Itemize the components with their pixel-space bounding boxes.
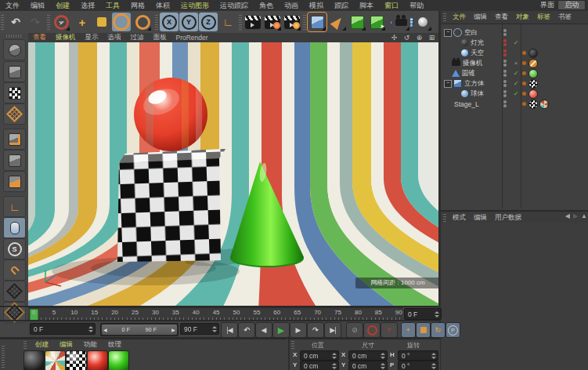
om-tab-标签[interactable]: 标签	[533, 13, 554, 22]
object-row-球体[interactable]: 球体✓	[441, 89, 588, 99]
viewport-menu-过滤[interactable]: 过滤	[126, 33, 149, 42]
am-tab-编辑[interactable]: 编辑	[470, 213, 491, 223]
material-tab-创建[interactable]: 创建	[30, 340, 54, 350]
am-tab-用户数据[interactable]: 用户数据	[491, 213, 525, 223]
menu-模拟[interactable]: 模拟	[304, 1, 329, 11]
menu-编辑[interactable]: 编辑	[25, 1, 50, 11]
lock-x-axis-button[interactable]: X	[160, 13, 179, 31]
menu-窗口[interactable]: 窗口	[379, 1, 404, 11]
range-end-field[interactable]: 90 F	[180, 323, 219, 335]
object-row-摄像机[interactable]: 摄像机×	[441, 58, 588, 68]
polygons-mode-button[interactable]	[3, 171, 26, 192]
viewport-menu-面板[interactable]: 面板	[149, 33, 171, 42]
spline-pen-button[interactable]	[328, 13, 347, 31]
prev-key-button[interactable]: ↶	[238, 322, 255, 338]
material-tab-功能[interactable]: 功能	[78, 340, 103, 350]
red-tag-icon[interactable]	[528, 89, 538, 99]
zoom-icon[interactable]: ⊕	[414, 34, 424, 42]
light-object-button[interactable]	[413, 13, 432, 31]
toolbar-grip[interactable]	[1, 14, 4, 30]
checker-tag-icon[interactable]	[528, 79, 538, 89]
menu-脚本[interactable]: 脚本	[354, 1, 379, 11]
goto-end-button[interactable]: ▶|	[324, 322, 341, 338]
preview-range-slider[interactable]: ◀ 0 F 90 F ▶	[100, 323, 179, 336]
material-tab-纹理[interactable]: 纹理	[103, 340, 127, 350]
next-frame-button[interactable]: ▶	[290, 322, 307, 338]
lock-y-axis-button[interactable]: Y	[179, 13, 198, 31]
primitive-cube-button[interactable]	[308, 13, 326, 31]
model-mode-button[interactable]	[3, 61, 26, 82]
beach-tag-icon[interactable]	[539, 100, 549, 109]
menu-跟踪[interactable]: 跟踪	[329, 1, 354, 11]
visibility-dots[interactable]	[503, 60, 507, 67]
visibility-dots[interactable]	[503, 39, 507, 46]
menu-体积[interactable]: 体积	[150, 1, 175, 11]
last-tool-button[interactable]	[133, 13, 152, 31]
workplane-mode-button[interactable]	[3, 103, 26, 125]
panel-grip[interactable]	[443, 13, 446, 21]
prev-frame-button[interactable]: ◀	[255, 322, 272, 338]
key-scale-toggle[interactable]	[416, 322, 431, 338]
om-tab-查看[interactable]: 查看	[491, 13, 512, 22]
orbit-icon[interactable]: ↺	[402, 34, 412, 42]
material-swatch-dark[interactable]	[23, 350, 45, 370]
enabled-check-icon[interactable]: ✓	[512, 80, 520, 87]
lock-z-axis-button[interactable]: Z	[199, 13, 218, 31]
disabled-cross-icon[interactable]: ×	[512, 60, 520, 67]
coordinate-system-button[interactable]: ∟	[218, 13, 237, 31]
menu-运动图形[interactable]: 运动图形	[175, 1, 215, 11]
live-selection-button[interactable]: ➢	[52, 13, 70, 31]
key-rotation-toggle[interactable]: ↻	[431, 322, 446, 338]
play-button[interactable]: ▶	[272, 322, 290, 338]
object-row-灯光[interactable]: 灯光✓	[441, 38, 588, 48]
divider[interactable]	[0, 306, 438, 307]
frame-stepper[interactable]	[434, 309, 440, 319]
pos-x-field[interactable]: 0 cm	[300, 350, 339, 361]
range-start-stepper[interactable]	[88, 324, 94, 334]
next-key-button[interactable]: ↷	[307, 322, 324, 338]
points-mode-button[interactable]	[3, 129, 26, 150]
rot-p-field[interactable]: 0 °	[398, 361, 438, 370]
range-end-stepper[interactable]	[211, 324, 218, 334]
object-row-空白[interactable]: −空白	[441, 27, 588, 38]
visibility-dots[interactable]	[503, 70, 507, 77]
visibility-dots[interactable]	[503, 90, 507, 97]
menu-运动跟踪[interactable]: 运动跟踪	[215, 1, 254, 11]
key-position-toggle[interactable]: +	[401, 322, 416, 338]
perspective-viewport[interactable]: 查看摄像机显示选项过滤面板ProRender ✢ ↺ ⊕ ⊞	[28, 33, 438, 306]
forward-arrow-icon[interactable]: ▶	[573, 212, 578, 219]
generator-button[interactable]: ➤	[367, 13, 386, 31]
object-row-Stage_L[interactable]: Stage_L	[441, 99, 588, 109]
material-panel-grip[interactable]	[2, 344, 5, 368]
render-view-button[interactable]	[243, 13, 262, 31]
panel-grip[interactable]	[443, 214, 446, 222]
scale-tool-button[interactable]	[92, 13, 111, 31]
viewport-menu-选项[interactable]: 选项	[103, 33, 126, 42]
visibility-dots[interactable]	[503, 49, 507, 56]
om-tab-书签[interactable]: 书签	[554, 13, 575, 22]
object-row-圆锥[interactable]: 圆锥✓	[441, 68, 588, 78]
back-arrow-icon[interactable]: ◀	[565, 212, 570, 219]
render-queue-button[interactable]	[283, 13, 301, 31]
visibility-dots[interactable]	[503, 100, 507, 107]
om-tab-编辑[interactable]: 编辑	[470, 13, 491, 22]
pan-icon[interactable]: ✢	[389, 34, 399, 42]
range-handle[interactable]: ◀ 0 F 90 F ▶	[102, 325, 177, 335]
divider[interactable]	[0, 320, 438, 321]
range-start-field[interactable]: 0 F	[30, 323, 96, 335]
expander-icon[interactable]: −	[444, 80, 452, 88]
redo-button[interactable]: ↷	[26, 13, 45, 31]
menu-文件[interactable]: 文件	[0, 1, 25, 11]
menu-帮助[interactable]: 帮助	[404, 1, 429, 11]
make-editable-button[interactable]	[3, 39, 26, 60]
expander-icon[interactable]: −	[444, 29, 452, 37]
green-tag-icon[interactable]	[528, 69, 538, 78]
render-settings-button[interactable]	[263, 13, 282, 31]
object-manager[interactable]: −空白灯光✓天空摄像机×圆锥✓−立方体✓球体✓Stage_L	[441, 24, 588, 209]
om-tab-文件[interactable]: 文件	[449, 13, 470, 22]
material-swatch-green[interactable]	[108, 350, 129, 370]
rotate-tool-button[interactable]	[112, 13, 131, 31]
menu-创建[interactable]: 创建	[50, 1, 75, 11]
size-x-field[interactable]: 0 cm	[348, 350, 388, 361]
mode-toolbar-grip[interactable]	[6, 34, 22, 38]
